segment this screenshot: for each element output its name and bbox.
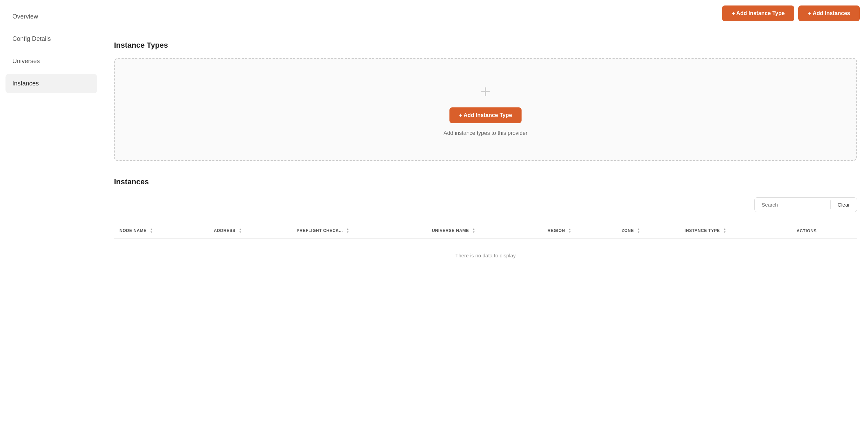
table-body: There is no data to display — [114, 239, 857, 272]
instances-table-wrapper: NODE NAME ▲▼ADDRESS ▲▼PREFLIGHT CHECK...… — [114, 223, 857, 272]
sidebar: OverviewConfig DetailsUniversesInstances — [0, 0, 103, 431]
col-header-actions: ACTIONS — [791, 223, 857, 239]
instance-types-section-title: Instance Types — [114, 41, 857, 50]
col-header-universe_name[interactable]: UNIVERSE NAME ▲▼ — [426, 223, 542, 239]
instance-types-empty-box: + + Add Instance Type Add instance types… — [114, 58, 857, 161]
sort-icon-region: ▲▼ — [569, 228, 572, 234]
clear-button[interactable]: Clear — [831, 198, 857, 212]
add-instances-header-button[interactable]: + Add Instances — [798, 5, 860, 21]
search-row: Clear — [114, 197, 857, 212]
instances-section-title: Instances — [114, 177, 857, 186]
sidebar-item-instances[interactable]: Instances — [5, 74, 97, 93]
col-header-region[interactable]: REGION ▲▼ — [542, 223, 616, 239]
content-area: Instance Types + + Add Instance Type Add… — [103, 27, 868, 431]
instance-types-empty-description: Add instance types to this provider — [444, 130, 528, 136]
no-data-message: There is no data to display — [114, 239, 857, 272]
col-header-address[interactable]: ADDRESS ▲▼ — [208, 223, 291, 239]
main-content: + Add Instance Type + Add Instances Inst… — [103, 0, 868, 431]
instances-table: NODE NAME ▲▼ADDRESS ▲▼PREFLIGHT CHECK...… — [114, 223, 857, 272]
sidebar-item-universes[interactable]: Universes — [5, 51, 97, 71]
col-header-zone[interactable]: ZONE ▲▼ — [616, 223, 679, 239]
instances-section: Instances Clear NODE NAME ▲▼ADDRESS ▲▼PR… — [114, 177, 857, 272]
add-instance-type-center-button[interactable]: + Add Instance Type — [449, 107, 522, 123]
sort-icon-address: ▲▼ — [239, 228, 242, 234]
sort-icon-zone: ▲▼ — [637, 228, 640, 234]
sort-icon-node_name: ▲▼ — [150, 228, 153, 234]
sort-icon-instance_type: ▲▼ — [723, 228, 727, 234]
search-input[interactable] — [755, 198, 830, 212]
sidebar-item-config-details[interactable]: Config Details — [5, 29, 97, 49]
add-instance-type-header-button[interactable]: + Add Instance Type — [722, 5, 794, 21]
no-data-row: There is no data to display — [114, 239, 857, 272]
col-header-instance_type[interactable]: INSTANCE TYPE ▲▼ — [679, 223, 791, 239]
table-header-row: NODE NAME ▲▼ADDRESS ▲▼PREFLIGHT CHECK...… — [114, 223, 857, 239]
table-header: NODE NAME ▲▼ADDRESS ▲▼PREFLIGHT CHECK...… — [114, 223, 857, 239]
sort-icon-universe_name: ▲▼ — [472, 228, 476, 234]
empty-plus-icon: + — [480, 83, 491, 101]
sidebar-item-overview[interactable]: Overview — [5, 7, 97, 26]
col-header-preflight_check[interactable]: PREFLIGHT CHECK... ▲▼ — [291, 223, 426, 239]
header-bar: + Add Instance Type + Add Instances — [103, 0, 868, 27]
search-container: Clear — [754, 197, 857, 212]
sort-icon-preflight_check: ▲▼ — [346, 228, 350, 234]
col-header-node_name[interactable]: NODE NAME ▲▼ — [114, 223, 208, 239]
